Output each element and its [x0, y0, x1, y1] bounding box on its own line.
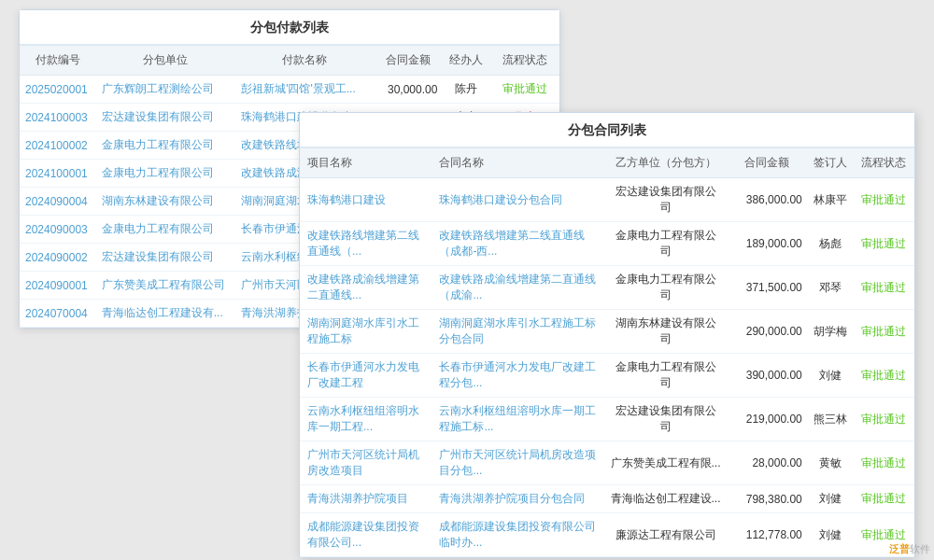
project-cell[interactable]: 珠海鹤港口建设 — [300, 178, 432, 222]
signer-cell: 熊三林 — [808, 398, 854, 441]
contract-name-cell[interactable]: 改建铁路成渝线增建第二直通线（成渝... — [432, 266, 604, 310]
contract-table-title: 分包合同列表 — [300, 113, 914, 147]
party-cell: 青海临达创工程建设... — [604, 485, 727, 513]
party-cell: 廉源达工程有限公司 — [604, 513, 727, 557]
project-cell[interactable]: 长春市伊通河水力发电厂改建工程 — [300, 354, 432, 398]
party-cell: 金康电力工程有限公司 — [604, 354, 727, 398]
contract-name-cell[interactable]: 广州市天河区统计局机房改造项目分包... — [432, 441, 604, 485]
table-row[interactable]: 改建铁路成渝线增建第二直通线... 改建铁路成渝线增建第二直通线（成渝... 金… — [300, 266, 914, 310]
table-row[interactable]: 2025020001 广东辉朗工程测绘公司 彭祖新城'四馆'景观工... 30,… — [20, 76, 559, 104]
contract-amount-cell: 112,778.00 — [727, 513, 808, 557]
contract-amount-cell: 371,500.00 — [727, 266, 808, 310]
company-cell[interactable]: 金康电力工程有限公司 — [96, 160, 235, 188]
party-cell: 宏达建设集团有限公司 — [604, 178, 727, 222]
contract-amount-cell: 290,000.00 — [727, 310, 808, 354]
contract-amount-cell: 219,000.00 — [727, 398, 808, 441]
project-cell[interactable]: 改建铁路成渝线增建第二直通线... — [300, 266, 432, 310]
contract-status-cell: 审批通过 — [854, 485, 914, 513]
company-cell[interactable]: 金康电力工程有限公司 — [96, 132, 235, 160]
contract-status-cell: 审批通过 — [854, 310, 914, 354]
contract-name-cell[interactable]: 改建铁路线增建第二线直通线（成都-西... — [432, 222, 604, 266]
contract-table-header: 项目名称 合同名称 乙方单位（分包方） 合同金额 签订人 流程状态 — [300, 148, 914, 178]
contract-status-cell: 审批通过 — [854, 441, 914, 485]
col-contract-amount: 合同金额 — [727, 148, 808, 178]
contract-status-cell: 审批通过 — [854, 354, 914, 398]
col-company: 分包单位 — [96, 46, 235, 76]
company-cell[interactable]: 青海临达创工程建设有... — [96, 300, 235, 328]
payment-table-title: 分包付款列表 — [20, 10, 559, 45]
signer-cell: 刘健 — [808, 513, 854, 557]
party-cell: 金康电力工程有限公司 — [604, 222, 727, 266]
signer-cell: 黄敏 — [808, 441, 854, 485]
project-cell[interactable]: 湖南洞庭湖水库引水工程施工标 — [300, 310, 432, 354]
col-party: 乙方单位（分包方） — [604, 148, 727, 178]
amount-cell: 30,000.00 — [374, 76, 444, 104]
col-signer: 签订人 — [808, 148, 854, 178]
payment-id-cell[interactable]: 2024100003 — [20, 104, 96, 132]
watermark-brand: 泛普 — [889, 543, 910, 554]
contract-name-cell[interactable]: 云南水利枢纽组溶明水库一期工程施工标... — [432, 398, 604, 441]
table-row[interactable]: 广州市天河区统计局机房改造项目 广州市天河区统计局机房改造项目分包... 广东赞… — [300, 441, 914, 485]
payment-id-cell[interactable]: 2025020001 — [20, 76, 96, 104]
signer-cell: 刘健 — [808, 354, 854, 398]
status-cell: 审批通过 — [489, 76, 559, 104]
signer-cell: 杨彪 — [808, 222, 854, 266]
contract-amount-cell: 386,000.00 — [727, 178, 808, 222]
payment-id-cell[interactable]: 2024090002 — [20, 244, 96, 272]
company-cell[interactable]: 广东赞美成工程有限公司 — [96, 272, 235, 300]
company-cell[interactable]: 广东辉朗工程测绘公司 — [96, 76, 235, 104]
payment-id-cell[interactable]: 2024100001 — [20, 160, 96, 188]
payment-id-cell[interactable]: 2024090001 — [20, 272, 96, 300]
company-cell[interactable]: 宏达建设集团有限公司 — [96, 104, 235, 132]
contract-amount-cell: 28,000.00 — [727, 441, 808, 485]
signer-cell: 林康平 — [808, 178, 854, 222]
project-cell[interactable]: 广州市天河区统计局机房改造项目 — [300, 441, 432, 485]
table-row[interactable]: 湖南洞庭湖水库引水工程施工标 湖南洞庭湖水库引水工程施工标分包合同 湖南东林建设… — [300, 310, 914, 354]
table-row[interactable]: 长春市伊通河水力发电厂改建工程 长春市伊通河水力发电厂改建工程分包... 金康电… — [300, 354, 914, 398]
company-cell[interactable]: 金康电力工程有限公司 — [96, 216, 235, 244]
party-cell: 金康电力工程有限公司 — [604, 266, 727, 310]
table-row[interactable]: 珠海鹤港口建设 珠海鹤港口建设分包合同 宏达建设集团有限公司 386,000.0… — [300, 178, 914, 222]
project-cell[interactable]: 成都能源建设集团投资有限公司... — [300, 513, 432, 557]
payment-table-header: 付款编号 分包单位 付款名称 合同金额 经办人 流程状态 — [20, 46, 559, 76]
contract-name-cell[interactable]: 成都能源建设集团投资有限公司临时办... — [432, 513, 604, 557]
contract-table: 项目名称 合同名称 乙方单位（分包方） 合同金额 签订人 流程状态 珠海鹤港口建… — [300, 147, 914, 557]
contract-table-panel: 分包合同列表 项目名称 合同名称 乙方单位（分包方） 合同金额 签订人 流程状态… — [299, 112, 915, 558]
party-cell: 湖南东林建设有限公司 — [604, 310, 727, 354]
col-amount: 合同金额 — [374, 46, 444, 76]
payment-name-cell[interactable]: 彭祖新城'四馆'景观工... — [235, 76, 373, 104]
project-cell[interactable]: 青海洪湖养护院项目 — [300, 485, 432, 513]
contract-status-cell: 审批通过 — [854, 222, 914, 266]
table-row[interactable]: 云南水利枢纽组溶明水库一期工程... 云南水利枢纽组溶明水库一期工程施工标...… — [300, 398, 914, 441]
col-handler: 经办人 — [443, 46, 489, 76]
project-cell[interactable]: 云南水利枢纽组溶明水库一期工程... — [300, 398, 432, 441]
col-contract-status: 流程状态 — [854, 148, 914, 178]
col-status: 流程状态 — [489, 46, 559, 76]
col-payment-id: 付款编号 — [20, 46, 96, 76]
table-row[interactable]: 改建铁路线增建第二线直通线（... 改建铁路线增建第二线直通线（成都-西... … — [300, 222, 914, 266]
payment-id-cell[interactable]: 2024090004 — [20, 188, 96, 216]
contract-amount-cell: 798,380.00 — [727, 485, 808, 513]
signer-cell: 胡学梅 — [808, 310, 854, 354]
payment-id-cell[interactable]: 2024070004 — [20, 300, 96, 328]
contract-name-cell[interactable]: 长春市伊通河水力发电厂改建工程分包... — [432, 354, 604, 398]
project-cell[interactable]: 改建铁路线增建第二线直通线（... — [300, 222, 432, 266]
signer-cell: 刘健 — [808, 485, 854, 513]
contract-status-cell: 审批通过 — [854, 266, 914, 310]
contract-name-cell[interactable]: 湖南洞庭湖水库引水工程施工标分包合同 — [432, 310, 604, 354]
signer-cell: 邓琴 — [808, 266, 854, 310]
company-cell[interactable]: 宏达建设集团有限公司 — [96, 244, 235, 272]
contract-name-cell[interactable]: 青海洪湖养护院项目分包合同 — [432, 485, 604, 513]
payment-id-cell[interactable]: 2024100002 — [20, 132, 96, 160]
contract-status-cell: 审批通过 — [854, 398, 914, 441]
table-row[interactable]: 青海洪湖养护院项目 青海洪湖养护院项目分包合同 青海临达创工程建设... 798… — [300, 485, 914, 513]
watermark: 泛普软件 — [889, 542, 930, 556]
col-payment-name: 付款名称 — [235, 46, 373, 76]
col-contract-name: 合同名称 — [432, 148, 604, 178]
contract-amount-cell: 189,000.00 — [727, 222, 808, 266]
table-row[interactable]: 成都能源建设集团投资有限公司... 成都能源建设集团投资有限公司临时办... 廉… — [300, 513, 914, 557]
handler-cell: 陈丹 — [443, 76, 489, 104]
payment-id-cell[interactable]: 2024090003 — [20, 216, 96, 244]
company-cell[interactable]: 湖南东林建设有限公司 — [96, 188, 235, 216]
contract-name-cell[interactable]: 珠海鹤港口建设分包合同 — [432, 178, 604, 222]
